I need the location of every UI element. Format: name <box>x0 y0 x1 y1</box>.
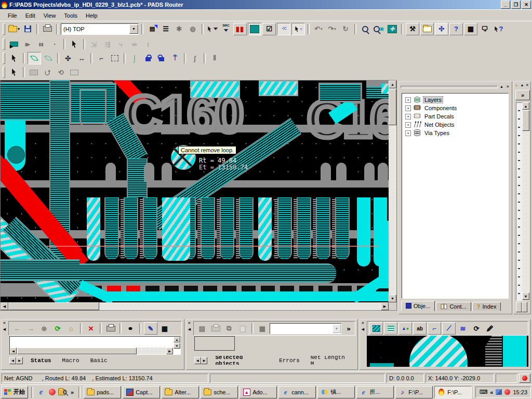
preview-collapse-icon[interactable]: ◀ <box>361 327 365 331</box>
tab-scroll-left-icon[interactable]: ◀ <box>9 357 16 364</box>
strip-close-icon[interactable]: ✕ <box>525 83 529 87</box>
pin-button[interactable]: ⍑ <box>169 52 181 64</box>
tree-item-label[interactable]: Net Objects <box>423 122 455 128</box>
panel-collapse-icon[interactable]: ▲ <box>499 85 504 89</box>
route-spread-button[interactable]: ⁝ <box>142 38 154 50</box>
properties-button[interactable]: ▤◥ <box>146 23 158 35</box>
delete-button[interactable]: ✕ <box>85 323 97 334</box>
strip-tab-stub[interactable] <box>522 302 527 312</box>
tray-clock[interactable]: 15:23 <box>513 389 527 395</box>
title-bar[interactable]: F:\PADS Projects\dvbs_ip_HDI_0229_3_blz1… <box>0 0 532 9</box>
print-output-button[interactable] <box>104 323 117 334</box>
tree-item-label[interactable]: Via Types <box>423 130 450 136</box>
taskbar-button-0[interactable]: pads... <box>84 386 121 398</box>
sheet-filter-combo[interactable]: ▼ <box>270 323 341 334</box>
panel-grip[interactable] <box>401 86 498 88</box>
select-mode-button[interactable] <box>68 38 81 50</box>
rotate-component-button[interactable]: ⟲ <box>55 66 67 78</box>
tab-basic[interactable]: Basic <box>83 356 115 365</box>
area-select-button[interactable] <box>109 52 121 64</box>
project-explorer-button[interactable] <box>420 23 434 35</box>
print-button[interactable] <box>41 23 54 35</box>
refresh-button[interactable]: ↻ <box>339 23 352 35</box>
tab-net-length-m[interactable]: Net Length M <box>303 356 357 365</box>
sheet-properties-button[interactable]: ▤ <box>196 323 208 334</box>
layer-combo-arrow-icon[interactable]: ▼ <box>129 24 138 34</box>
taskbar-button-10[interactable]: PCB... <box>473 386 474 398</box>
tab-scroll-right-icon[interactable]: ▶ <box>16 357 23 364</box>
nav-back-button[interactable]: ← <box>11 323 23 334</box>
start-button[interactable]: 开始 <box>1 386 28 398</box>
sheet-more-chevron-icon[interactable]: » <box>342 323 355 334</box>
tab-errors[interactable]: Errors <box>272 356 307 365</box>
preview-canvas[interactable] <box>367 336 528 367</box>
redo-button[interactable]: ↷▾ <box>326 23 338 35</box>
preview-refresh-button[interactable]: ⟳ <box>470 323 483 334</box>
tray-network-icon[interactable] <box>496 389 502 395</box>
explorer-tab-obje[interactable]: Obje... <box>401 301 435 311</box>
preview-area-button[interactable] <box>369 322 383 335</box>
sheet-copy-button[interactable]: ⧉ <box>223 323 235 334</box>
grid-view-button[interactable]: ▦ <box>158 323 171 334</box>
sheet-tab-right-icon[interactable]: ▶ <box>201 357 208 364</box>
strip-restore-icon[interactable]: ∟ <box>515 83 519 87</box>
sheet-print-button[interactable] <box>209 323 222 334</box>
move-button[interactable]: ✣ <box>62 52 74 64</box>
route-tune-button[interactable]: ⇹ <box>128 38 141 50</box>
pause-button[interactable]: ▮▮ <box>35 38 47 50</box>
tree-item-label[interactable]: Part Decals <box>423 113 455 119</box>
spreadsheet-close-icon[interactable]: ✕ <box>187 321 192 325</box>
tooltip-filter-button[interactable]: 🗨 <box>478 23 491 35</box>
fanout-dots-button[interactable]: ⁖⁖ <box>277 23 290 35</box>
tab-status[interactable]: Status <box>23 356 59 365</box>
zoom-button[interactable] <box>359 23 371 35</box>
drc-indicator[interactable] <box>519 374 530 383</box>
quicklaunch-media-icon[interactable] <box>47 388 57 397</box>
strip-tab-stub[interactable] <box>516 302 522 312</box>
restore-button[interactable]: ❐ <box>511 1 521 9</box>
close-button[interactable]: ✕ <box>522 1 531 9</box>
design-rules-button[interactable]: ⚒ <box>406 23 419 35</box>
nav-stop-button[interactable]: ⊗ <box>38 323 50 334</box>
output-collapse-icon[interactable]: ◀ <box>2 327 7 331</box>
find-button[interactable]: ⚭ <box>124 323 137 334</box>
spacing-button[interactable]: ⦀ <box>208 52 221 64</box>
preview-shapes-button[interactable]: ▲● <box>398 322 412 335</box>
lock-button[interactable] <box>142 52 154 64</box>
preview-report-button[interactable]: 🖉 <box>484 323 496 334</box>
vscroll-thumb[interactable] <box>389 89 396 125</box>
sheet-grid-button[interactable]: ▦ <box>256 323 269 334</box>
sheet-tab-left-icon[interactable]: ◀ <box>194 357 201 364</box>
zoom-area-button[interactable]: ▣ <box>373 23 385 35</box>
component-pointer-button[interactable] <box>8 66 20 78</box>
tree-expand-icon[interactable]: + <box>405 97 411 103</box>
move-component-button[interactable] <box>28 66 40 78</box>
autorouter-button[interactable] <box>248 23 261 35</box>
canvas-hscrollbar[interactable]: ◀ ▶ <box>1 302 389 310</box>
context-help-button[interactable]: ? <box>492 23 504 35</box>
filter-cursor-button[interactable] <box>206 23 219 35</box>
scroll-left-icon[interactable]: ◀ <box>1 302 8 310</box>
taskbar-button-4[interactable]: ▲Ado... <box>240 386 277 398</box>
flip-component-button[interactable]: ⮍ <box>41 66 54 78</box>
tree-expand-icon[interactable]: + <box>405 105 411 111</box>
panel-close-icon[interactable]: ✕ <box>506 85 510 89</box>
scroll-up-icon[interactable]: ▲ <box>389 81 396 88</box>
preview-close-icon[interactable]: ✕ <box>361 321 365 325</box>
pause-drc-button[interactable]: ▮▮ <box>233 23 247 35</box>
corner-button[interactable]: ⌐ <box>95 52 108 64</box>
stretch-button[interactable]: ↔ <box>75 52 88 64</box>
unlock-button[interactable] <box>155 52 168 64</box>
preview-text-button[interactable]: ab <box>413 322 427 335</box>
tree-expand-icon[interactable]: + <box>405 130 411 136</box>
tray-app-icon[interactable] <box>504 389 510 395</box>
tree-item-label[interactable]: Components <box>423 105 458 111</box>
canvas-vscrollbar[interactable]: ▲ ▼ <box>389 81 396 302</box>
sheet-cell[interactable] <box>194 336 235 351</box>
tree-item-label[interactable]: Layers <box>423 97 443 103</box>
nav-forward-button[interactable]: → <box>24 323 37 334</box>
scroll-right-icon[interactable]: ▶ <box>381 302 389 310</box>
tree-item-net-objects[interactable]: +Net Objects <box>402 121 508 129</box>
taskbar-button-9[interactable]: F:\P... <box>434 386 472 398</box>
route-interactive-button[interactable]: ⇲ <box>88 38 100 50</box>
